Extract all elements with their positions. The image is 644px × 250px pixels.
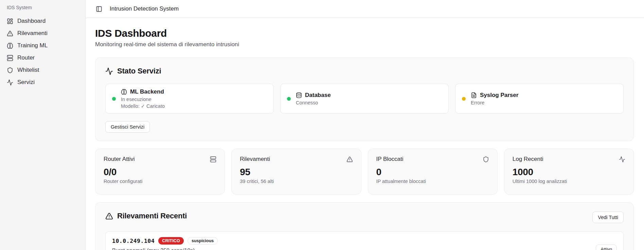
sidebar-item-label: Whitelist	[17, 67, 39, 73]
page-title: IDS Dashboard	[95, 28, 634, 39]
stat-value: 1000	[513, 167, 625, 178]
sidebar-item-rilevamenti[interactable]: Rilevamenti	[4, 27, 81, 39]
topbar-title: Intrusion Detection System	[110, 5, 179, 12]
sidebar-item-router[interactable]: Router	[4, 52, 81, 64]
service-name-row: Syslog Parser	[471, 92, 518, 99]
service-info: ML Backend In esecuzione Modello: ✓ Cari…	[121, 88, 165, 109]
sidebar-toggle-icon[interactable]	[96, 6, 102, 12]
main-area: Intrusion Detection System IDS Dashboard…	[86, 0, 644, 250]
sidebar-item-label: Rilevamenti	[17, 30, 48, 37]
stat-card-blocked-ips: IP Bloccati 0 IP attualmente bloccati	[368, 149, 498, 195]
status-dot	[112, 97, 116, 101]
stats-row: Router Attivi 0/0 Router configurati Ril…	[95, 149, 634, 195]
service-name: Database	[305, 92, 331, 99]
activity-icon	[619, 156, 625, 163]
service-info: Database Connesso	[296, 92, 331, 105]
services-status-card: Stato Servizi ML Backend In esecuzione M…	[95, 57, 634, 141]
service-status: In esecuzione	[121, 97, 165, 102]
stat-title: Router Attivi	[104, 156, 135, 163]
service-detail: Modello: ✓ Caricato	[121, 103, 165, 109]
recent-detections-card: Rilevamenti Recenti Vedi Tutti 10.0.249.…	[95, 202, 634, 250]
file-text-icon	[471, 92, 477, 98]
manage-services-button[interactable]: Gestisci Servizi	[105, 121, 150, 133]
services-grid: ML Backend In esecuzione Modello: ✓ Cari…	[105, 84, 624, 114]
detection-ip: 10.0.249.104	[112, 238, 155, 244]
service-ml-backend: ML Backend In esecuzione Modello: ✓ Cari…	[105, 84, 274, 114]
stat-subtitle: 39 critici, 56 alti	[240, 179, 353, 184]
detection-row-line1: 10.0.249.104 CRITICO suspicious	[112, 237, 596, 245]
service-name: ML Backend	[130, 88, 164, 95]
detections-card-title: Rilevamenti Recenti	[117, 212, 187, 220]
detection-description: Burst anomali (max 250 conn/10s)	[112, 248, 596, 250]
detection-row: 10.0.249.104 CRITICO suspicious Burst an…	[105, 231, 624, 250]
page-content: IDS Dashboard Monitoring real-time del s…	[86, 18, 644, 250]
sidebar-item-dashboard[interactable]: Dashboard	[4, 15, 81, 27]
stat-value: 0	[376, 167, 489, 178]
status-dot	[462, 97, 466, 101]
brain-icon	[121, 89, 127, 95]
detection-state-badge: Attivo	[596, 245, 617, 250]
app-root: IDS System Dashboard Rilevamenti Trainin…	[0, 0, 644, 250]
alert-triangle-icon	[7, 30, 13, 37]
alert-triangle-icon	[346, 156, 353, 163]
stat-card-header: IP Bloccati	[376, 156, 489, 163]
activity-icon	[105, 67, 113, 75]
services-card-header: Stato Servizi	[105, 67, 624, 76]
sidebar-item-label: Training ML	[17, 42, 48, 49]
service-name-row: Database	[296, 92, 331, 99]
detections-title-group: Rilevamenti Recenti	[105, 212, 187, 220]
stat-subtitle: IP attualmente bloccati	[376, 179, 489, 184]
stat-card-recent-logs: Log Recenti 1000 Ultimi 1000 log analizz…	[504, 149, 634, 195]
service-syslog-parser: Syslog Parser Errore	[455, 84, 624, 114]
service-info: Syslog Parser Errore	[471, 92, 518, 105]
service-status: Connesso	[296, 100, 331, 105]
sidebar-item-label: Servizi	[17, 79, 35, 86]
stat-title: Rilevamenti	[240, 156, 270, 163]
sidebar-item-label: Router	[17, 54, 35, 61]
detections-card-header: Rilevamenti Recenti Vedi Tutti	[105, 212, 624, 223]
status-dot	[287, 97, 291, 101]
router-icon	[210, 156, 216, 163]
view-all-button[interactable]: Vedi Tutti	[592, 212, 624, 223]
sidebar-item-training-ml[interactable]: Training ML	[4, 39, 81, 52]
detection-type-badge: suspicious	[187, 237, 218, 245]
stat-title: IP Bloccati	[376, 156, 404, 163]
service-status: Errore	[471, 100, 518, 105]
service-name: Syslog Parser	[480, 92, 518, 99]
stat-subtitle: Router configurati	[104, 179, 216, 184]
shield-icon	[483, 156, 489, 163]
severity-badge: CRITICO	[158, 237, 184, 245]
stat-card-header: Log Recenti	[513, 156, 625, 163]
activity-icon	[7, 79, 13, 86]
stat-subtitle: Ultimi 1000 log analizzati	[513, 179, 625, 184]
stat-card-header: Rilevamenti	[240, 156, 353, 163]
sidebar: IDS System Dashboard Rilevamenti Trainin…	[0, 0, 86, 250]
sidebar-app-name: IDS System	[4, 5, 81, 15]
topbar: Intrusion Detection System	[86, 0, 644, 18]
stat-card-header: Router Attivi	[104, 156, 216, 163]
stat-card-detections: Rilevamenti 95 39 critici, 56 alti	[231, 149, 361, 195]
services-card-title: Stato Servizi	[117, 67, 161, 76]
alert-triangle-icon	[105, 212, 113, 220]
sidebar-item-servizi[interactable]: Servizi	[4, 76, 81, 88]
router-icon	[7, 55, 13, 61]
stat-title: Log Recenti	[513, 156, 543, 163]
sidebar-item-whitelist[interactable]: Whitelist	[4, 64, 81, 76]
brain-icon	[7, 43, 13, 49]
database-icon	[296, 92, 302, 98]
service-name-row: ML Backend	[121, 88, 165, 95]
stat-card-router: Router Attivi 0/0 Router configurati	[95, 149, 225, 195]
page-subtitle: Monitoring real-time del sistema di rile…	[95, 41, 634, 48]
service-database: Database Connesso	[280, 84, 449, 114]
sidebar-item-label: Dashboard	[17, 18, 46, 24]
layout-dashboard-icon	[7, 18, 13, 24]
detection-row-main: 10.0.249.104 CRITICO suspicious Burst an…	[112, 237, 596, 250]
shield-icon	[7, 67, 13, 73]
stat-value: 95	[240, 167, 353, 178]
stat-value: 0/0	[104, 167, 216, 178]
